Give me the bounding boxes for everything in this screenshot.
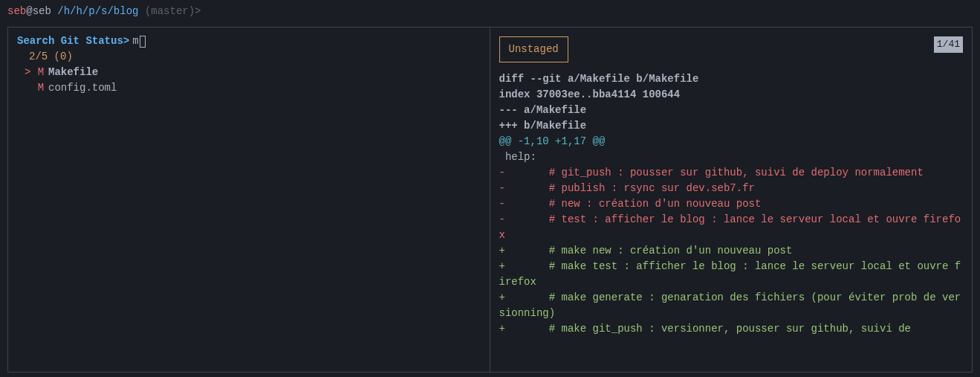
unstaged-badge: Unstaged bbox=[499, 36, 568, 62]
prompt-branch: (master) bbox=[145, 5, 195, 17]
file-item[interactable]: M config.toml bbox=[8, 80, 490, 96]
diff-header-line: index 37003ee..bba4114 100644 bbox=[499, 87, 964, 103]
diff-context-line: help: bbox=[499, 149, 964, 165]
prompt-arrow: > bbox=[195, 5, 201, 17]
result-counter: 2/5 (0) bbox=[8, 49, 490, 65]
git-status-indicator: M bbox=[33, 65, 48, 80]
diff-header-line: --- a/Makefile bbox=[499, 103, 964, 118]
cursor-icon bbox=[140, 36, 146, 48]
file-name: config.toml bbox=[48, 80, 117, 96]
search-input[interactable]: m bbox=[132, 33, 138, 49]
diff-added-line: + # make git_push : versionner, pousser … bbox=[499, 321, 964, 337]
diff-removed-line: - # git_push : pousser sur github, suivi… bbox=[499, 165, 964, 181]
selection-marker-icon: > bbox=[25, 65, 33, 80]
prompt-at: @ bbox=[26, 5, 32, 17]
search-prompt-label: Search Git Status> bbox=[17, 33, 129, 49]
diff-removed-line: - # test : afficher le blog : lance le s… bbox=[499, 212, 964, 243]
diff-header-line: diff --git a/Makefile b/Makefile bbox=[499, 71, 964, 87]
diff-added-line: + # make new : création d'un nouveau pos… bbox=[499, 243, 964, 259]
fzf-container: Search Git Status> m 2/5 (0) > M Makefil… bbox=[7, 27, 973, 373]
diff-header-line: +++ b/Makefile bbox=[499, 118, 964, 134]
shell-prompt: seb@seb /h/h/p/s/blog (master)> bbox=[0, 0, 980, 23]
preview-line-counter: 1/41 bbox=[934, 36, 963, 53]
diff-removed-line: - # publish : rsync sur dev.seb7.fr bbox=[499, 181, 964, 196]
file-list-panel: Search Git Status> m 2/5 (0) > M Makefil… bbox=[8, 28, 490, 372]
diff-hunk-line: @@ -1,10 +1,17 @@ bbox=[499, 134, 964, 149]
file-item[interactable]: > M Makefile bbox=[8, 65, 490, 80]
diff-added-line: + # make generate : genaration des fichi… bbox=[499, 290, 964, 321]
prompt-user: seb bbox=[7, 5, 26, 17]
diff-removed-line: - # new : création d'un nouveau post bbox=[499, 196, 964, 212]
search-line[interactable]: Search Git Status> m bbox=[8, 33, 490, 49]
git-status-indicator: M bbox=[33, 80, 48, 96]
prompt-host: seb bbox=[33, 5, 51, 17]
file-name: Makefile bbox=[48, 65, 98, 80]
diff-added-line: + # make test : afficher le blog : lance… bbox=[499, 259, 964, 290]
diff-preview-panel: 1/41 Unstaged diff --git a/Makefile b/Ma… bbox=[490, 28, 973, 372]
prompt-path: /h/h/p/s/blog bbox=[57, 5, 138, 17]
diff-content[interactable]: diff --git a/Makefile b/Makefile index 3… bbox=[499, 71, 964, 337]
